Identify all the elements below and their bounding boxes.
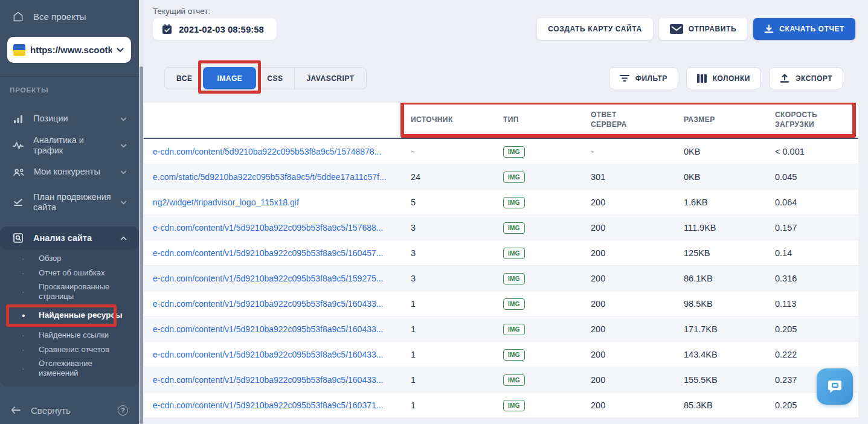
scrollbar-thumb[interactable] — [140, 66, 143, 424]
column-header-server-response[interactable]: ОТВЕТ СЕРВЕРА — [591, 111, 646, 129]
download-report-button[interactable]: СКАЧАТЬ ОТЧЕТ — [753, 18, 855, 40]
table-actions: ФИЛЬТР КОЛОНКИ ЭКСПОРТ — [609, 67, 843, 89]
table-header-row: ИСТОЧНИК ТИП ОТВЕТ СЕРВЕРА РАЗМЕР СКОРОС… — [144, 103, 858, 139]
table-row: e-cdn.com/content/v1/5d9210ba922c095b53f… — [144, 266, 858, 291]
sidebar-item-analytics[interactable]: Аналитика и трафик — [0, 137, 139, 154]
resource-url-link[interactable]: e-cdn.com/content/v1/5d9210ba922c095b53f… — [153, 274, 411, 283]
sidebar-subitem-report-comparison[interactable]: · Сравнение отчетов — [0, 342, 139, 357]
sidebar-subitem-scanned-pages[interactable]: · Просканированные страницы — [0, 281, 139, 302]
sidebar-item-label: Мои конкуренты — [34, 167, 111, 177]
tab-image[interactable]: IMAGE — [203, 67, 256, 89]
server-response-cell: 200 — [591, 400, 684, 410]
resource-url-link[interactable]: e-cdn.com/content/v1/5d9210ba922c095b53f… — [153, 324, 411, 334]
sidebar-item-label: Анализ сайта — [33, 233, 111, 243]
filter-button[interactable]: ФИЛЬТР — [609, 67, 678, 89]
columns-icon — [697, 74, 707, 83]
chevron-up-icon — [120, 236, 127, 240]
resource-url-link[interactable]: e-cdn.com/content/v1/5d9210ba922c095b53f… — [153, 223, 411, 233]
sidebar-item-competitors[interactable]: Мои конкуренты — [0, 164, 139, 181]
source-cell: 5 — [411, 198, 503, 207]
table-row: e-cdn.com/content/v1/5d9210ba922c095b53f… — [144, 240, 858, 266]
size-cell: 155.5KB — [684, 375, 775, 385]
sidebar-subitem-change-tracking[interactable]: · Отслеживание изменений — [0, 358, 139, 379]
sidebar-subitem-error-report[interactable]: · Отчет об ошибках — [0, 265, 139, 281]
project-url: https://www.scootk... — [30, 45, 112, 55]
bullet-icon: · — [22, 330, 25, 340]
type-badge: IMG — [503, 273, 525, 284]
bullet-icon: · — [22, 287, 25, 297]
server-response-cell: 200 — [591, 198, 684, 207]
sidebar-item-label: План продвижения сайта — [33, 192, 111, 213]
type-badge: IMG — [503, 146, 525, 158]
table-row: e-cdn.com/content/v1/5d9210ba922c095b53f… — [144, 291, 858, 316]
resource-url-link[interactable]: e-cdn.com/content/v1/5d9210ba922c095b53f… — [153, 299, 411, 309]
table-row: e-cdn.com/content/5d9210ba922c095b53f8a9… — [144, 139, 858, 164]
table-row: e-cdn.com/content/v1/5d9210ba922c095b53f… — [144, 342, 858, 367]
chat-widget-button[interactable] — [817, 368, 853, 405]
sidebar-item-positions[interactable]: Позиции — [0, 111, 139, 127]
chevron-down-icon — [120, 201, 127, 205]
size-cell: 98.5KB — [684, 299, 775, 309]
sidebar-item-promotion-plan[interactable]: План продвижения сайта — [0, 191, 139, 213]
resource-url-link[interactable]: e.com/static/5d9210ba922c095b53f8a9c5/t/… — [153, 172, 411, 182]
project-selector[interactable]: https://www.scootk... — [7, 37, 131, 63]
resource-url-link[interactable]: e-cdn.com/content/v1/5d9210ba922c095b53f… — [153, 248, 411, 258]
load-speed-cell: 0.045 — [775, 172, 858, 182]
type-badge: IMG — [503, 298, 525, 310]
size-cell: 86.1KB — [684, 274, 775, 283]
create-sitemap-button[interactable]: СОЗДАТЬ КАРТУ САЙТА — [537, 18, 652, 40]
resource-url-link[interactable]: e-cdn.com/content/v1/5d9210ba922c095b53f… — [153, 375, 411, 385]
server-response-cell: 200 — [591, 299, 684, 309]
load-speed-cell: 0.14 — [775, 248, 858, 258]
table-row: e.com/static/5d9210ba922c095b53f8a9c5/t/… — [144, 164, 858, 190]
vertical-scrollbar[interactable] — [139, 0, 144, 424]
source-cell: 1 — [411, 350, 503, 359]
server-response-cell: 200 — [591, 223, 684, 233]
resource-url-link[interactable]: e-cdn.com/content/5d9210ba922c095b53f8a9… — [153, 147, 411, 156]
project-favicon — [13, 44, 25, 56]
table-row: e-cdn.com/content/v1/5d9210ba922c095b53f… — [144, 316, 858, 342]
sidebar-subitem-found-resources[interactable]: • Найденные ресурсы — [0, 306, 139, 326]
all-projects-link[interactable]: Все проекты — [12, 10, 86, 22]
server-response-cell: 301 — [591, 172, 684, 182]
sidebar-divider — [0, 76, 139, 77]
report-date-picker[interactable]: 2021-02-03 08:59:58 — [153, 18, 277, 40]
resource-type-tabs: ВСЕ IMAGE CSS JAVASCRIPT — [164, 67, 367, 89]
size-cell: 1.6KB — [684, 198, 775, 207]
load-speed-cell: 0.205 — [775, 324, 858, 334]
columns-button[interactable]: КОЛОНКИ — [686, 67, 761, 89]
collapse-sidebar-button[interactable]: Свернуть — [11, 405, 71, 416]
tab-all[interactable]: ВСЕ — [165, 68, 204, 89]
server-response-cell: 200 — [591, 350, 684, 359]
column-header-load-speed[interactable]: СКОРОСТЬ ЗАГРУЗКИ — [775, 111, 831, 129]
resource-url-link[interactable]: ng2/widget/tripadvisor_logo_115x18.gif — [153, 198, 411, 207]
sidebar-item-site-analysis[interactable]: Анализ сайта — [0, 226, 139, 249]
type-badge: IMG — [503, 172, 525, 183]
tab-css[interactable]: CSS — [256, 68, 294, 89]
load-speed-cell: 0.316 — [775, 274, 858, 283]
bullet-icon: · — [22, 345, 25, 355]
sidebar-item-label: Аналитика и трафик — [33, 135, 111, 156]
home-icon — [12, 10, 24, 22]
column-header-type[interactable]: ТИП — [503, 115, 559, 125]
type-badge: IMG — [503, 248, 525, 259]
export-button[interactable]: ЭКСПОРТ — [769, 67, 843, 89]
tab-javascript[interactable]: JAVASCRIPT — [294, 68, 365, 89]
send-button[interactable]: ОТПРАВИТЬ — [659, 18, 748, 40]
column-header-size[interactable]: РАЗМЕР — [684, 115, 739, 125]
column-header-source[interactable]: ИСТОЧНИК — [411, 115, 466, 125]
sidebar-subitem-found-links[interactable]: · Найденные ссылки — [0, 328, 139, 342]
resource-url-link[interactable]: e-cdn.com/content/v1/5d9210ba922c095b53f… — [153, 400, 411, 410]
chat-bubble-icon — [825, 377, 844, 396]
server-response-cell: 200 — [591, 248, 684, 258]
load-speed-cell: 0.222 — [775, 350, 858, 359]
type-badge: IMG — [503, 222, 525, 234]
table-row: e-cdn.com/content/v1/5d9210ba922c095b53f… — [144, 215, 858, 240]
table-row: ng2/widget/tripadvisor_logo_115x18.gif 5… — [144, 190, 858, 215]
sidebar-item-label: Позиции — [33, 114, 111, 124]
chevron-down-icon — [117, 48, 124, 53]
bullet-icon: • — [22, 310, 25, 321]
resource-url-link[interactable]: e-cdn.com/content/v1/5d9210ba922c095b53f… — [153, 350, 411, 359]
site-analysis-icon — [12, 232, 24, 244]
help-icon[interactable]: ? — [118, 405, 128, 416]
